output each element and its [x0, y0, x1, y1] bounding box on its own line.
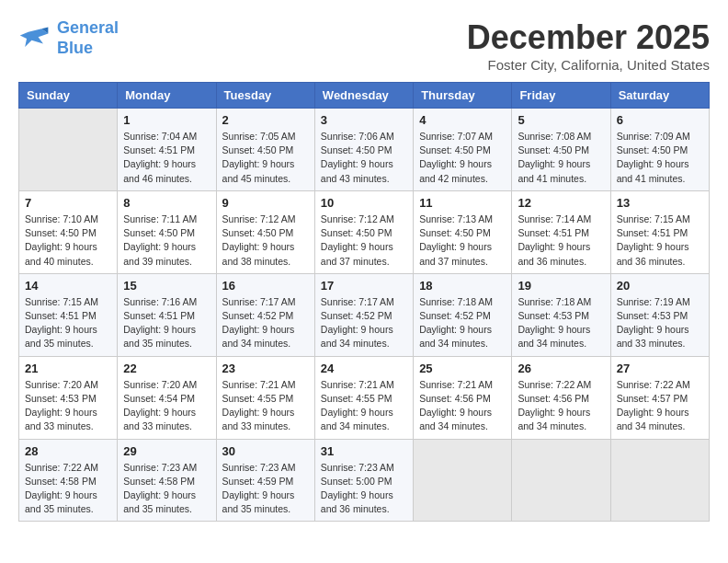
week-row-2: 14Sunrise: 7:15 AM Sunset: 4:51 PM Dayli…: [19, 273, 710, 356]
calendar-cell: 4Sunrise: 7:07 AM Sunset: 4:50 PM Daylig…: [414, 109, 512, 191]
calendar-cell: [414, 439, 512, 522]
calendar-cell: 22Sunrise: 7:20 AM Sunset: 4:54 PM Dayli…: [118, 356, 216, 439]
calendar-cell: 9Sunrise: 7:12 AM Sunset: 4:50 PM Daylig…: [216, 190, 314, 273]
day-info: Sunrise: 7:11 AM Sunset: 4:50 PM Dayligh…: [123, 213, 210, 269]
weekday-header-saturday: Saturday: [610, 83, 709, 109]
month-title: December 2025: [467, 18, 710, 57]
calendar-table: SundayMondayTuesdayWednesdayThursdayFrid…: [18, 82, 710, 522]
day-info: Sunrise: 7:21 AM Sunset: 4:56 PM Dayligh…: [419, 378, 506, 434]
day-number: 21: [25, 362, 111, 375]
day-number: 3: [321, 113, 407, 127]
week-row-3: 21Sunrise: 7:20 AM Sunset: 4:53 PM Dayli…: [19, 356, 710, 439]
weekday-header-monday: Monday: [118, 83, 216, 109]
day-number: 28: [25, 444, 111, 458]
day-number: 22: [123, 362, 210, 375]
calendar-cell: 1Sunrise: 7:04 AM Sunset: 4:51 PM Daylig…: [118, 109, 216, 191]
calendar-cell: 15Sunrise: 7:16 AM Sunset: 4:51 PM Dayli…: [118, 273, 216, 356]
weekday-header-friday: Friday: [512, 83, 610, 109]
week-row-4: 28Sunrise: 7:22 AM Sunset: 4:58 PM Dayli…: [19, 439, 710, 522]
calendar-cell: 29Sunrise: 7:23 AM Sunset: 4:58 PM Dayli…: [118, 439, 216, 522]
day-info: Sunrise: 7:18 AM Sunset: 4:52 PM Dayligh…: [419, 295, 506, 351]
logo-general: General: [57, 18, 119, 37]
day-number: 7: [25, 196, 111, 210]
day-number: 18: [419, 279, 506, 293]
page-header: General Blue December 2025 Foster City, …: [18, 18, 710, 73]
calendar-cell: 24Sunrise: 7:21 AM Sunset: 4:55 PM Dayli…: [314, 356, 413, 439]
logo-icon: [18, 25, 51, 52]
day-number: 11: [419, 196, 506, 210]
day-number: 19: [518, 279, 604, 293]
day-info: Sunrise: 7:04 AM Sunset: 4:51 PM Dayligh…: [123, 130, 210, 186]
calendar-cell: 8Sunrise: 7:11 AM Sunset: 4:50 PM Daylig…: [118, 190, 216, 273]
day-info: Sunrise: 7:17 AM Sunset: 4:52 PM Dayligh…: [222, 295, 309, 351]
day-info: Sunrise: 7:21 AM Sunset: 4:55 PM Dayligh…: [321, 378, 407, 434]
day-number: 31: [321, 444, 407, 458]
week-row-1: 7Sunrise: 7:10 AM Sunset: 4:50 PM Daylig…: [19, 190, 710, 273]
calendar-cell: 3Sunrise: 7:06 AM Sunset: 4:50 PM Daylig…: [314, 109, 413, 191]
day-number: 16: [222, 279, 309, 293]
day-number: 25: [419, 362, 506, 375]
calendar-cell: 25Sunrise: 7:21 AM Sunset: 4:56 PM Dayli…: [414, 356, 512, 439]
day-number: 13: [617, 196, 703, 210]
day-info: Sunrise: 7:07 AM Sunset: 4:50 PM Dayligh…: [419, 130, 506, 186]
weekday-header-thursday: Thursday: [414, 83, 512, 109]
calendar-cell: 20Sunrise: 7:19 AM Sunset: 4:53 PM Dayli…: [610, 273, 709, 356]
calendar-cell: 16Sunrise: 7:17 AM Sunset: 4:52 PM Dayli…: [216, 273, 314, 356]
day-number: 14: [25, 279, 111, 293]
calendar-cell: 13Sunrise: 7:15 AM Sunset: 4:51 PM Dayli…: [610, 190, 709, 273]
calendar-cell: 30Sunrise: 7:23 AM Sunset: 4:59 PM Dayli…: [216, 439, 314, 522]
svg-marker-0: [20, 29, 49, 47]
day-info: Sunrise: 7:14 AM Sunset: 4:51 PM Dayligh…: [518, 213, 604, 269]
calendar-cell: 11Sunrise: 7:13 AM Sunset: 4:50 PM Dayli…: [414, 190, 512, 273]
day-info: Sunrise: 7:08 AM Sunset: 4:50 PM Dayligh…: [518, 130, 604, 186]
day-number: 27: [617, 362, 703, 375]
day-number: 30: [222, 444, 309, 458]
day-info: Sunrise: 7:23 AM Sunset: 4:59 PM Dayligh…: [222, 461, 309, 517]
logo-blue: Blue: [57, 39, 93, 57]
day-number: 29: [123, 444, 210, 458]
day-info: Sunrise: 7:21 AM Sunset: 4:55 PM Dayligh…: [222, 378, 309, 434]
location-subtitle: Foster City, California, United States: [467, 57, 710, 73]
day-info: Sunrise: 7:15 AM Sunset: 4:51 PM Dayligh…: [617, 213, 703, 269]
calendar-cell: 14Sunrise: 7:15 AM Sunset: 4:51 PM Dayli…: [19, 273, 118, 356]
day-info: Sunrise: 7:22 AM Sunset: 4:58 PM Dayligh…: [25, 461, 111, 517]
weekday-header-row: SundayMondayTuesdayWednesdayThursdayFrid…: [19, 83, 710, 109]
day-number: 8: [123, 196, 210, 210]
week-row-0: 1Sunrise: 7:04 AM Sunset: 4:51 PM Daylig…: [19, 109, 710, 191]
day-number: 24: [321, 362, 407, 375]
day-info: Sunrise: 7:16 AM Sunset: 4:51 PM Dayligh…: [123, 295, 210, 351]
calendar-cell: 17Sunrise: 7:17 AM Sunset: 4:52 PM Dayli…: [314, 273, 413, 356]
day-info: Sunrise: 7:20 AM Sunset: 4:53 PM Dayligh…: [25, 378, 111, 434]
day-info: Sunrise: 7:22 AM Sunset: 4:56 PM Dayligh…: [518, 378, 604, 434]
day-info: Sunrise: 7:17 AM Sunset: 4:52 PM Dayligh…: [321, 295, 407, 351]
weekday-header-sunday: Sunday: [19, 83, 118, 109]
day-number: 9: [222, 196, 309, 210]
day-info: Sunrise: 7:05 AM Sunset: 4:50 PM Dayligh…: [222, 130, 309, 186]
day-info: Sunrise: 7:10 AM Sunset: 4:50 PM Dayligh…: [25, 213, 111, 269]
day-number: 17: [321, 279, 407, 293]
day-number: 5: [518, 113, 604, 127]
calendar-cell: [19, 109, 118, 191]
calendar-cell: [512, 439, 610, 522]
day-info: Sunrise: 7:12 AM Sunset: 4:50 PM Dayligh…: [222, 213, 309, 269]
weekday-header-wednesday: Wednesday: [314, 83, 413, 109]
day-number: 15: [123, 279, 210, 293]
day-number: 6: [617, 113, 703, 127]
calendar-cell: 23Sunrise: 7:21 AM Sunset: 4:55 PM Dayli…: [216, 356, 314, 439]
day-info: Sunrise: 7:12 AM Sunset: 4:50 PM Dayligh…: [321, 213, 407, 269]
calendar-cell: 12Sunrise: 7:14 AM Sunset: 4:51 PM Dayli…: [512, 190, 610, 273]
logo: General Blue: [18, 18, 119, 58]
calendar-cell: 27Sunrise: 7:22 AM Sunset: 4:57 PM Dayli…: [610, 356, 709, 439]
day-info: Sunrise: 7:23 AM Sunset: 5:00 PM Dayligh…: [321, 461, 407, 517]
day-info: Sunrise: 7:23 AM Sunset: 4:58 PM Dayligh…: [123, 461, 210, 517]
calendar-cell: 10Sunrise: 7:12 AM Sunset: 4:50 PM Dayli…: [314, 190, 413, 273]
day-number: 12: [518, 196, 604, 210]
day-number: 26: [518, 362, 604, 375]
day-info: Sunrise: 7:13 AM Sunset: 4:50 PM Dayligh…: [419, 213, 506, 269]
day-info: Sunrise: 7:15 AM Sunset: 4:51 PM Dayligh…: [25, 295, 111, 351]
title-block: December 2025 Foster City, California, U…: [467, 18, 710, 73]
calendar-cell: 5Sunrise: 7:08 AM Sunset: 4:50 PM Daylig…: [512, 109, 610, 191]
day-info: Sunrise: 7:19 AM Sunset: 4:53 PM Dayligh…: [617, 295, 703, 351]
day-number: 4: [419, 113, 506, 127]
weekday-header-tuesday: Tuesday: [216, 83, 314, 109]
